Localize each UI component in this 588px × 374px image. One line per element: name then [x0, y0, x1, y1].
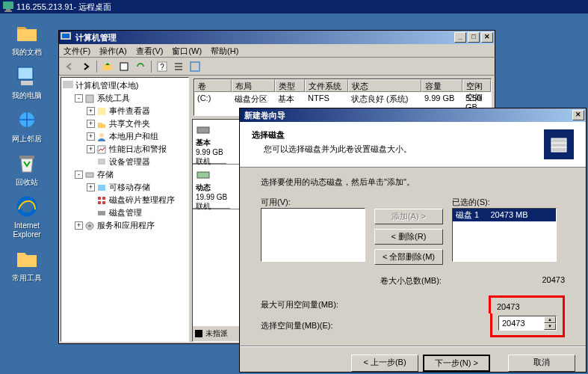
- computer-icon: [15, 64, 39, 88]
- tree-shared-folders[interactable]: +共享文件夹: [63, 117, 187, 130]
- list-icon: [173, 61, 184, 72]
- removable-icon: [96, 183, 107, 193]
- menu-view[interactable]: 查看(V): [136, 46, 164, 55]
- next-button[interactable]: 下一步(N) >: [423, 355, 490, 372]
- settings-button[interactable]: [171, 59, 186, 74]
- tree-root[interactable]: 计算机管理(本地): [63, 79, 187, 92]
- wizard-header: 选择磁盘 您可以选择磁盘并为此卷设置磁盘大小。: [240, 122, 586, 168]
- mgmt-menubar: 文件(F) 操作(A) 查看(V) 窗口(W) 帮助(H): [59, 44, 495, 58]
- svg-rect-17: [191, 62, 199, 71]
- svg-rect-29: [102, 201, 105, 204]
- svg-rect-24: [86, 173, 93, 177]
- desktop-icon-tools[interactable]: 常用工具: [4, 247, 49, 283]
- desktop-icon-documents[interactable]: 我的文档: [4, 21, 49, 57]
- svg-rect-6: [19, 156, 34, 159]
- maximize-button[interactable]: □: [468, 32, 480, 43]
- disk0-header[interactable]: 基本 9.99 GB 联机: [193, 120, 226, 164]
- properties-button[interactable]: [117, 59, 131, 74]
- desktop-icon-ie[interactable]: Internet Explorer: [4, 194, 49, 239]
- wizard-close-button[interactable]: ✕: [572, 110, 584, 120]
- back-button[interactable]: < 上一步(B): [351, 355, 418, 372]
- svg-rect-10: [103, 64, 112, 70]
- desktop-icon-computer[interactable]: 我的电脑: [4, 64, 49, 100]
- help-button[interactable]: ?: [155, 59, 170, 74]
- cancel-button[interactable]: 取消: [508, 355, 575, 372]
- perf-icon: [96, 144, 107, 155]
- svg-rect-36: [551, 138, 566, 143]
- back-arrow-icon: [65, 62, 74, 71]
- recycle-icon: [15, 151, 39, 175]
- tree-pane[interactable]: 计算机管理(本地) - 系统工具 +事件查看器 +共享文件夹 +本地用户和组 +…: [61, 77, 189, 342]
- properties-icon: [119, 61, 129, 72]
- tree-system-tools[interactable]: - 系统工具: [63, 92, 187, 105]
- collapse-icon[interactable]: -: [75, 94, 83, 102]
- tree-storage[interactable]: -存储: [63, 168, 187, 181]
- rdp-ip: 116.255.213.91: [16, 2, 73, 11]
- spin-up-button[interactable]: ▲: [544, 316, 556, 323]
- tree-performance[interactable]: +性能日志和警报: [63, 143, 187, 156]
- rdp-label: - 远程桌面: [73, 1, 111, 13]
- menu-help[interactable]: 帮助(H): [211, 46, 238, 55]
- close-button[interactable]: ✕: [481, 32, 493, 43]
- menu-action[interactable]: 操作(A): [99, 46, 127, 55]
- available-label: 可用(V):: [261, 197, 365, 208]
- select-space-label: 选择空间量(MB)(E):: [261, 320, 333, 331]
- select-space-input[interactable]: ▲ ▼: [498, 316, 557, 331]
- svg-rect-4: [21, 81, 33, 85]
- list-item[interactable]: 磁盘 1 20473 MB: [453, 209, 556, 221]
- detail-icon: [190, 61, 200, 72]
- expand-icon[interactable]: +: [87, 145, 95, 153]
- svg-rect-37: [551, 147, 566, 152]
- wizard-body: 选择要使用的动态磁盘，然后单击"添加"。 可用(V): 添加(A) > < 删除…: [240, 168, 586, 346]
- remove-button[interactable]: < 删除(R): [374, 229, 443, 245]
- menu-window[interactable]: 窗口(W): [172, 46, 202, 55]
- svg-rect-27: [102, 197, 105, 200]
- available-listbox[interactable]: [261, 208, 365, 262]
- desktop-icon-recycle[interactable]: 回收站: [4, 151, 49, 187]
- svg-text:?: ?: [160, 63, 164, 71]
- rdp-titlebar: 116.255.213.91 - 远程桌面: [0, 0, 588, 13]
- max-space-label: 最大可用空间量(MB):: [261, 299, 338, 310]
- folder-up-icon: [102, 61, 113, 72]
- tree-disk-mgmt[interactable]: 磁盘管理: [63, 206, 187, 219]
- tree-removable[interactable]: +可移动存储: [63, 181, 187, 194]
- collapse-icon[interactable]: -: [75, 171, 83, 179]
- svg-rect-25: [98, 185, 105, 191]
- wizard-title: 新建卷向导: [241, 110, 571, 121]
- mgmt-toolbar: ?: [59, 58, 495, 76]
- desktop-icon-network[interactable]: 网上邻居: [4, 108, 49, 144]
- view-button[interactable]: [188, 59, 202, 74]
- disk-icon: [96, 208, 107, 218]
- spin-down-button[interactable]: ▼: [544, 323, 556, 330]
- tree-services[interactable]: +服务和应用程序: [63, 219, 187, 232]
- remove-all-button[interactable]: < 全部删除(M): [374, 249, 443, 265]
- menu-file[interactable]: 文件(F): [64, 46, 90, 55]
- svg-rect-9: [62, 34, 69, 38]
- svg-rect-3: [18, 67, 33, 79]
- tree-users-groups[interactable]: +本地用户和组: [63, 130, 187, 143]
- wizard-footer: < 上一步(B) 下一步(N) > 取消: [240, 346, 586, 374]
- svg-rect-0: [3, 1, 13, 9]
- forward-button[interactable]: [78, 59, 93, 74]
- minimize-button[interactable]: _: [454, 32, 466, 43]
- disk-icon: [196, 123, 211, 138]
- tree-event-viewer[interactable]: +事件查看器: [63, 105, 187, 117]
- forward-arrow-icon: [81, 62, 90, 71]
- disk1-header[interactable]: 动态 19.99 GB 联机: [193, 165, 230, 209]
- expand-icon[interactable]: +: [87, 183, 95, 191]
- refresh-button[interactable]: [133, 59, 148, 74]
- back-button[interactable]: [62, 59, 77, 74]
- wizard-instruction: 选择要使用的动态磁盘，然后单击"添加"。: [261, 177, 565, 188]
- selected-listbox[interactable]: 磁盘 1 20473 MB: [452, 208, 557, 262]
- wizard-header-sub: 您可以选择磁盘并为此卷设置磁盘大小。: [252, 144, 412, 155]
- mgmt-root-icon: [63, 81, 73, 91]
- tree-defrag[interactable]: 磁盘碎片整理程序: [63, 194, 187, 206]
- expand-icon[interactable]: +: [87, 132, 95, 141]
- space-amount-field[interactable]: [499, 316, 544, 330]
- tools-icon: [84, 94, 95, 104]
- tree-device-mgr[interactable]: 设备管理器: [63, 156, 187, 168]
- expand-icon[interactable]: +: [87, 120, 95, 128]
- up-button[interactable]: [100, 59, 115, 74]
- expand-icon[interactable]: +: [87, 107, 95, 115]
- expand-icon[interactable]: +: [75, 221, 83, 230]
